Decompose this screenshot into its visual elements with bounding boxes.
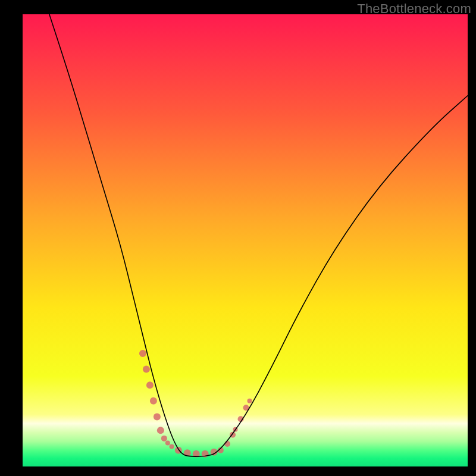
watermark-text: TheBottleneck.com	[357, 1, 471, 17]
chart-frame: TheBottleneck.com	[0, 0, 476, 476]
marker-dot	[170, 444, 174, 449]
chart-svg	[23, 14, 468, 466]
marker-dot	[161, 436, 167, 441]
marker-dot	[154, 413, 161, 420]
marker-dot	[143, 366, 150, 373]
marker-dot	[150, 397, 157, 405]
marker-dot	[157, 427, 164, 434]
marker-dot	[165, 440, 170, 445]
gradient-background	[23, 14, 468, 466]
marker-dot	[247, 399, 252, 403]
marker-dot	[139, 350, 146, 357]
plot-area	[23, 14, 468, 466]
marker-dot	[146, 381, 154, 389]
